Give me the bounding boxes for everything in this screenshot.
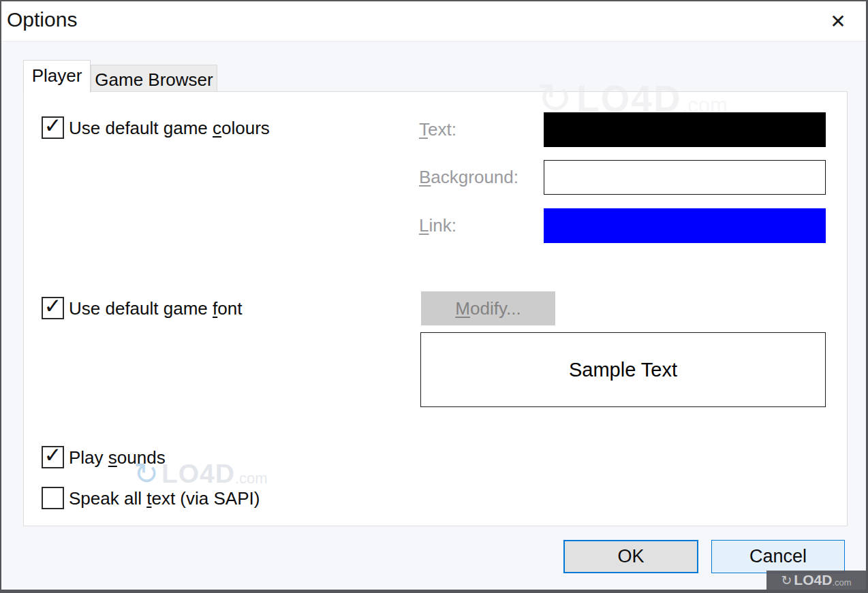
checkmark-icon: ✓	[44, 445, 62, 466]
sample-text: Sample Text	[569, 359, 677, 381]
background-colour-label: Background:	[419, 168, 518, 186]
options-dialog: Options ✕ Player Game Browser ✓ Use defa…	[0, 0, 868, 593]
cancel-button[interactable]: Cancel	[711, 540, 845, 573]
link-colour-swatch[interactable]	[544, 208, 826, 243]
tab-player[interactable]: Player	[23, 60, 91, 93]
font-sample-preview: Sample Text	[420, 332, 826, 407]
tab-game-browser-label: Game Browser	[95, 69, 213, 91]
play-sounds-checkbox[interactable]: ✓	[42, 446, 64, 468]
title-bar: Options ✕	[1, 1, 866, 42]
background-colour-swatch[interactable]	[544, 160, 826, 195]
tab-player-label: Player	[32, 65, 82, 86]
use-default-colours-checkbox[interactable]: ✓	[42, 116, 64, 139]
close-icon[interactable]: ✕	[821, 5, 855, 37]
lo4d-logo-icon: ↻	[781, 573, 792, 588]
watermark-bottom-right: ↻ LO4D .com	[766, 571, 866, 590]
modify-font-button[interactable]: Modify...	[421, 291, 555, 325]
checkmark-icon: ✓	[44, 115, 62, 136]
text-colour-label: Text:	[419, 121, 456, 138]
speak-all-text-label[interactable]: Speak all text (via SAPI)	[69, 490, 260, 507]
ok-button[interactable]: OK	[563, 540, 698, 573]
play-sounds-label[interactable]: Play sounds	[69, 449, 166, 466]
use-default-font-checkbox[interactable]: ✓	[42, 297, 64, 319]
link-colour-label: Link:	[419, 217, 456, 234]
tab-game-browser[interactable]: Game Browser	[91, 65, 217, 91]
window-title: Options	[7, 8, 77, 31]
player-tab-panel: ✓ Use default game colours Text: Backgro…	[23, 91, 848, 526]
checkmark-icon: ✓	[44, 295, 62, 317]
use-default-font-label[interactable]: Use default game font	[69, 300, 242, 317]
use-default-colours-label[interactable]: Use default game colours	[69, 119, 270, 137]
text-colour-swatch[interactable]	[544, 112, 826, 147]
speak-all-text-checkbox[interactable]	[42, 487, 64, 509]
